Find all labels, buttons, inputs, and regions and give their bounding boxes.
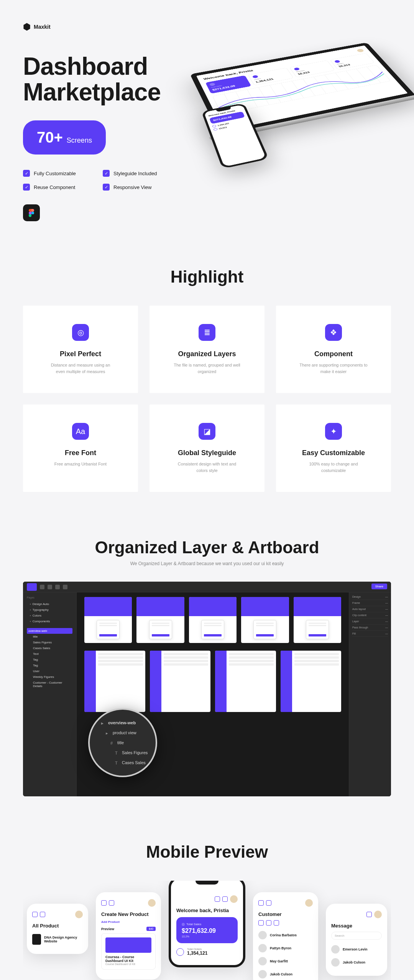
page-item[interactable]: ▪ Colors — [27, 613, 72, 618]
mobile-screen-customer: Customer Corina Barbatos Pattyn Byron Ma… — [253, 892, 318, 980]
property-row: Design— — [352, 594, 388, 600]
highlight-card: Aa Free Font Free amazing Urbanist Font — [23, 404, 138, 492]
bell-icon — [366, 912, 372, 917]
highlight-card-desc: There are supporting components to make … — [299, 362, 368, 375]
highlight-card: ◎ Pixel Perfect Distance and measure usi… — [23, 306, 138, 393]
welcome-text: Welcome back, Pristia — [176, 908, 238, 913]
mobile-preview-section: Mobile Preview All Product DNA Design Ag… — [0, 842, 414, 980]
search-icon[interactable] — [258, 920, 264, 926]
mobile-screen-all-product: All Product DNA Design Agency Website — [27, 904, 88, 954]
highlight-card-title: Global Styleguide — [159, 449, 255, 457]
message-row: Jakob Culson — [331, 956, 382, 969]
layer-item[interactable]: title — [27, 634, 72, 640]
nav-icon — [266, 900, 271, 906]
nav-icon — [32, 912, 38, 917]
price-badge: $40 — [146, 927, 156, 931]
highlight-card: ✦ Easy Customizable 100% easy to change … — [276, 404, 391, 492]
mobile-screen-dashboard: Welcome back, Pristia Total Sales $271,6… — [169, 881, 245, 967]
highlight-card-desc: Free amazing Urbanist Font — [46, 461, 115, 467]
avatar — [230, 895, 238, 903]
layer-item-active[interactable]: overview-web — [27, 628, 72, 634]
highlight-title: Highlight — [23, 267, 391, 286]
artboard — [84, 651, 145, 712]
layer-item[interactable]: Sales Figures — [27, 640, 72, 645]
sort-icon[interactable] — [274, 920, 279, 926]
property-row: Layer— — [352, 618, 388, 625]
page-item[interactable]: ▪ Typography — [27, 607, 72, 613]
customer-row: Pattyn Byron — [258, 942, 313, 955]
screen-title: Create New Product — [101, 911, 156, 917]
toolbar-icon — [55, 585, 60, 589]
avatar — [305, 899, 313, 907]
nav-icon — [109, 900, 114, 906]
properties-panel: Design—Frame—Auto layout—Clip content—La… — [349, 582, 391, 796]
layers-panel: Pages ▪ Design Auto▪ Typography▪ Colors▪… — [23, 582, 77, 796]
highlight-card-desc: Consistent design with text and colors s… — [172, 461, 242, 474]
feature-item: ✓ Fully Customizable — [23, 170, 92, 177]
avatar — [75, 911, 83, 918]
screen-title: Customer — [258, 911, 313, 917]
highlight-card: ≣ Organized Layers The file is named, gr… — [150, 306, 264, 393]
check-icon: ✓ — [23, 184, 30, 191]
feature-label: Styleguide Included — [113, 171, 157, 176]
phone-notch — [196, 881, 219, 885]
highlight-card-title: Free Font — [32, 449, 129, 457]
page-item[interactable]: ▪ Design Auto — [27, 601, 72, 607]
layer-item[interactable]: Customer - Customer Details — [27, 680, 72, 689]
feature-label: Fully Customizable — [34, 171, 76, 176]
mobile-preview-title: Mobile Preview — [23, 842, 391, 862]
total-sales-card: Total Sales $271,632.09 10.2% — [176, 917, 238, 943]
search-input[interactable]: Search — [331, 932, 382, 940]
mobile-screen-create-product: Create New Product Add Product Preview $… — [96, 892, 161, 980]
share-button[interactable]: Share — [371, 584, 387, 589]
customer-row: May Garfitt — [258, 955, 313, 968]
artboard — [294, 597, 341, 643]
layer-item[interactable]: Text — [27, 651, 72, 657]
nav-icon — [215, 896, 220, 902]
customer-row: Jakob Culson — [258, 968, 313, 980]
artboard — [150, 651, 211, 712]
layer-item[interactable]: Cases Sales — [27, 645, 72, 651]
figma-menu-icon — [27, 583, 37, 591]
mobile-screen-message: Message Search Emerson Levin Jakob Culso… — [326, 904, 387, 976]
organized-title: Organized Layer & Artboard — [23, 538, 391, 557]
list-item: DNA Design Agency Website — [32, 932, 83, 947]
component-icon: ❖ — [325, 324, 342, 341]
property-row: Auto layout— — [352, 606, 388, 612]
artboard — [281, 651, 342, 712]
message-row: Emerson Levin — [331, 943, 382, 956]
magnifier-loupe: ▸overview-web ▸product view #title TSale… — [88, 708, 157, 777]
device-mockup-stage: Welcome back, Pristia Total Sales $271,6… — [188, 8, 402, 253]
layer-item[interactable]: User — [27, 668, 72, 674]
toolbar-icon — [63, 585, 67, 589]
font-icon: Aa — [72, 423, 89, 440]
screen-title: All Product — [32, 923, 83, 929]
toolbar-icon — [40, 585, 44, 589]
property-row: Frame— — [352, 600, 388, 606]
screen-title: Message — [331, 923, 382, 929]
screens-badge: 70+ Screens — [23, 120, 106, 155]
layer-item[interactable]: Tag — [27, 663, 72, 668]
artboard — [84, 597, 132, 643]
mobile-preview-stage: All Product DNA Design Agency Website Cr… — [23, 881, 391, 980]
highlight-card: ◪ Global Styleguide Consistent design wi… — [150, 404, 264, 492]
layer-item[interactable]: Tag — [27, 657, 72, 663]
hero-section: Maxkit Dashboard Marketplace 70+ Screens… — [0, 0, 414, 267]
stat-icon — [176, 948, 184, 956]
property-row: Pass through— — [352, 625, 388, 631]
customer-row: Corina Barbatos — [258, 929, 313, 942]
figma-icon — [29, 209, 34, 217]
highlight-card-title: Component — [285, 350, 382, 358]
filter-icon[interactable] — [266, 920, 271, 926]
page-item[interactable]: ▪ Components — [27, 618, 72, 624]
screens-count: 70+ — [37, 129, 63, 146]
stat-row: Total Orders 1,354,121 — [176, 948, 238, 956]
brand-name: Maxkit — [34, 24, 51, 30]
highlight-card-title: Easy Customizable — [285, 449, 382, 457]
product-thumbnail — [105, 937, 151, 953]
check-icon: ✓ — [103, 170, 110, 177]
figma-badge — [23, 204, 40, 221]
layer-item[interactable]: Weekly Figures — [27, 674, 72, 680]
toolbar-icon — [48, 585, 52, 589]
highlight-card-desc: 100% easy to change and costumizable — [299, 461, 368, 474]
